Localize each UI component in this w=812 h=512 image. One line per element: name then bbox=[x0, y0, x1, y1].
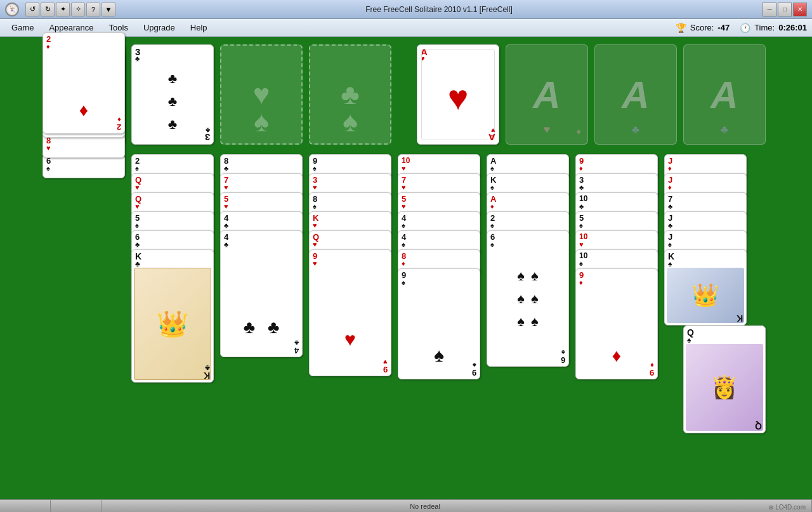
time-icon: 🕐 bbox=[740, 23, 750, 33]
menu-upgrade[interactable]: Upgrade bbox=[137, 21, 181, 34]
no-redeal-label: No redeal bbox=[102, 502, 749, 510]
foundation-4[interactable]: A ♣ bbox=[683, 44, 766, 145]
window-controls: ─ □ ✕ bbox=[763, 3, 807, 16]
bottom-seg-2 bbox=[51, 500, 102, 512]
watermark-icon: ⊕ bbox=[768, 504, 773, 511]
watermark: ⊕ LO4D.com bbox=[768, 504, 806, 511]
toolbar-icon-save[interactable]: ✧ bbox=[71, 3, 85, 16]
score-label: Score: bbox=[690, 23, 714, 32]
time-value: 0:26:01 bbox=[778, 23, 807, 32]
app-icon: 🃏 bbox=[5, 3, 19, 16]
maximize-button[interactable]: □ bbox=[778, 3, 792, 16]
titlebar: 🃏 ↺ ↻ ✦ ✧ ? ▼ Free FreeCell Solitaire 20… bbox=[0, 0, 812, 19]
close-button[interactable]: ✕ bbox=[793, 3, 807, 16]
foundation-2[interactable]: A ♥ ♦ bbox=[506, 44, 588, 145]
card-ks2[interactable]: K ♠ 👑 K bbox=[664, 249, 747, 325]
minimize-button[interactable]: ─ bbox=[763, 3, 776, 16]
menu-help[interactable]: Help bbox=[184, 21, 214, 34]
foundation-3[interactable]: A ♣ bbox=[594, 44, 677, 145]
menu-game[interactable]: Game bbox=[5, 21, 40, 34]
free-cell-3[interactable]: ♥ ♠ bbox=[220, 44, 303, 145]
titlebar-left: 🃏 ↺ ↻ ✦ ✧ ? ▼ bbox=[5, 3, 115, 16]
toolbar-icon-more[interactable]: ▼ bbox=[102, 3, 115, 16]
watermark-text: LO4D.com bbox=[775, 504, 806, 511]
free-cell-4[interactable]: ♣ ♠ bbox=[309, 44, 391, 145]
toolbar-icon-help[interactable]: ? bbox=[86, 3, 100, 16]
card-2d[interactable]: 2 ♦ ♦ 2 ♦ bbox=[43, 32, 125, 134]
time-display: 🕐 Time: 0:26:01 bbox=[740, 23, 807, 33]
card-9h[interactable]: 9 ♥ ♥ 9 ♥ bbox=[309, 249, 391, 376]
toolbar-icon-new[interactable]: ✦ bbox=[56, 3, 70, 16]
toolbar-icon-redo[interactable]: ↻ bbox=[41, 3, 55, 16]
toolbar-icon-undo[interactable]: ↺ bbox=[25, 3, 39, 16]
time-label: Time: bbox=[754, 23, 775, 32]
bottom-bar: No redeal ⊕ LO4D.com bbox=[0, 499, 812, 512]
window-title: Free FreeCell Solitaire 2010 v1.1 [FreeC… bbox=[115, 5, 763, 14]
card-4c2[interactable]: 4 ♣ ♣ ♣ 4 ♣ bbox=[220, 230, 303, 357]
score-display: 🏆 Score: -47 bbox=[676, 23, 730, 33]
card-9s2[interactable]: 9 ♠ ♠ 9 ♠ bbox=[398, 268, 480, 379]
card-kc[interactable]: K ♣ 👑 K ♣ bbox=[131, 249, 214, 383]
bottom-seg-1 bbox=[0, 500, 51, 512]
card-qs[interactable]: Q ♠ 👸 Q bbox=[683, 325, 766, 433]
card-9d2[interactable]: 9 ♦ ♦ 9 ♦ bbox=[575, 268, 658, 379]
game-area: 7 ♦ ♦ ♦ ♦ ♦ ♦ ♦ ♦ 7 ♦ 3 ♣ ♣ ♣ ♣ bbox=[0, 37, 812, 499]
score-value: -47 bbox=[717, 23, 730, 32]
foundation-1[interactable]: A ♥ ♥ A ♥ bbox=[417, 44, 499, 145]
free-cell-2[interactable]: 3 ♣ ♣ ♣ ♣ 3 ♣ bbox=[131, 44, 214, 145]
card-6s2[interactable]: 6 ♠ ♠ ♠ ♠ ♠ ♠ ♠ 6 ♠ bbox=[487, 230, 569, 367]
score-icon: 🏆 bbox=[676, 23, 686, 33]
